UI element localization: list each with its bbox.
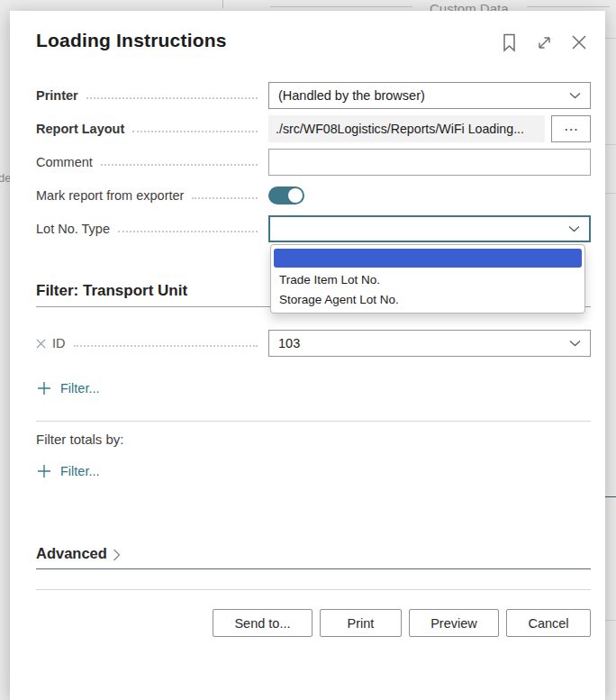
lot-no-type-dropdown: Trade Item Lot No. Storage Agent Lot No. <box>270 244 585 314</box>
filter-totals-heading: Filter totals by: <box>36 432 591 447</box>
printer-row: Printer (Handled by the browser) <box>36 82 591 109</box>
lot-no-type-row: Lot No. Type Trade Item Lot No. Storage … <box>36 215 591 242</box>
chevron-down-icon <box>569 340 581 347</box>
plus-icon <box>37 381 51 395</box>
close-icon[interactable] <box>569 32 589 52</box>
dotted-leader <box>132 131 258 132</box>
header-icons <box>499 32 589 52</box>
footer-divider <box>36 589 591 590</box>
dotted-leader <box>74 345 258 347</box>
plus-icon <box>37 464 51 478</box>
advanced-label: Advanced <box>36 545 107 562</box>
mark-report-label: Mark report from exporter <box>36 188 184 203</box>
browse-layout-button[interactable]: ⋯ <box>551 115 591 142</box>
cancel-button[interactable]: Cancel <box>506 609 591 637</box>
advanced-button[interactable]: Advanced <box>36 545 591 569</box>
request-form: Printer (Handled by the browser) Report … <box>36 82 591 242</box>
chevron-down-icon <box>568 225 580 232</box>
preview-button[interactable]: Preview <box>409 609 499 637</box>
background-line <box>527 6 610 7</box>
dotted-leader <box>101 164 258 166</box>
loading-instructions-dialog: Loading Instructions Printer <box>10 11 605 700</box>
dotted-leader <box>118 231 258 232</box>
printer-value: (Handled by the browser) <box>278 88 425 103</box>
dropdown-option-storage-agent[interactable]: Storage Agent Lot No. <box>271 290 584 310</box>
mark-report-toggle[interactable] <box>268 186 304 205</box>
ellipsis-icon: ⋯ <box>564 121 578 138</box>
dropdown-option-trade-item[interactable]: Trade Item Lot No. <box>271 270 584 290</box>
printer-select[interactable]: (Handled by the browser) <box>268 82 591 109</box>
comment-input[interactable] <box>268 149 591 176</box>
id-filter-row: ID 103 <box>36 330 591 357</box>
lot-no-type-label: Lot No. Type <box>36 222 110 236</box>
add-filter-label: Filter... <box>60 464 100 478</box>
bookmark-icon[interactable] <box>499 32 519 52</box>
background-divider-tick <box>222 0 223 8</box>
id-filter-select[interactable]: 103 <box>268 330 591 357</box>
dropdown-option-blank-selected[interactable] <box>274 249 582 268</box>
lot-no-type-select[interactable] <box>268 215 591 242</box>
expand-resize-icon[interactable] <box>534 32 554 52</box>
dialog-header: Loading Instructions <box>36 11 591 52</box>
page-title: Loading Instructions <box>36 30 227 51</box>
id-filter-label: ID <box>52 336 66 350</box>
comment-label: Comment <box>36 155 93 169</box>
print-button[interactable]: Print <box>320 609 402 637</box>
dotted-leader <box>86 97 258 99</box>
send-to-button[interactable]: Send to... <box>213 609 313 637</box>
id-filter-value: 103 <box>278 336 300 350</box>
add-totals-filter-button[interactable]: Filter... <box>37 464 100 478</box>
chevron-down-icon <box>569 92 581 99</box>
dotted-leader <box>192 197 258 199</box>
section-divider <box>36 421 591 422</box>
add-filter-label: Filter... <box>60 381 100 395</box>
report-layout-field: ./src/WF08Logistics/Reports/WiFi Loading… <box>268 115 545 142</box>
report-layout-label: Report Layout <box>36 122 124 136</box>
footer-buttons: Send to... Print Preview Cancel <box>36 609 591 637</box>
chevron-right-icon <box>113 549 121 561</box>
remove-filter-icon[interactable] <box>36 339 46 349</box>
printer-label: Printer <box>36 88 78 103</box>
mark-report-row: Mark report from exporter <box>36 182 591 209</box>
add-filter-button[interactable]: Filter... <box>37 381 100 395</box>
comment-row: Comment <box>36 149 591 176</box>
background-line <box>270 6 412 7</box>
report-layout-row: Report Layout ./src/WF08Logistics/Report… <box>36 115 591 142</box>
